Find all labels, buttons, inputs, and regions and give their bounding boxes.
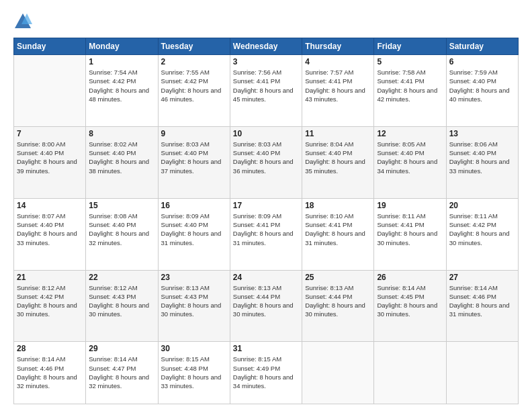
cell-info: Sunrise: 8:15 AMSunset: 4:48 PMDaylight:…: [161, 355, 227, 390]
weekday-header-wednesday: Wednesday: [230, 38, 302, 55]
cell-info: Sunrise: 7:59 AMSunset: 4:40 PMDaylight:…: [449, 68, 515, 103]
day-number: 16: [161, 201, 227, 210]
calendar-cell: 6Sunrise: 7:59 AMSunset: 4:40 PMDaylight…: [446, 55, 518, 127]
day-number: 2: [161, 57, 227, 66]
calendar-cell: [374, 342, 446, 404]
cell-info: Sunrise: 8:15 AMSunset: 4:49 PMDaylight:…: [233, 355, 299, 390]
day-number: 9: [161, 129, 227, 138]
day-number: 27: [449, 273, 515, 282]
calendar-cell: 2Sunrise: 7:55 AMSunset: 4:42 PMDaylight…: [158, 55, 230, 127]
cell-info: Sunrise: 8:10 AMSunset: 4:41 PMDaylight:…: [305, 212, 371, 247]
cell-info: Sunrise: 8:14 AMSunset: 4:47 PMDaylight:…: [89, 355, 154, 390]
cell-info: Sunrise: 8:08 AMSunset: 4:40 PMDaylight:…: [89, 212, 154, 247]
day-number: 29: [89, 344, 154, 353]
calendar-cell: 29Sunrise: 8:14 AMSunset: 4:47 PMDayligh…: [86, 342, 158, 404]
calendar-cell: 19Sunrise: 8:11 AMSunset: 4:41 PMDayligh…: [374, 198, 446, 270]
day-number: 18: [305, 201, 371, 210]
cell-info: Sunrise: 8:06 AMSunset: 4:40 PMDaylight:…: [449, 140, 515, 175]
day-number: 4: [305, 57, 371, 66]
calendar-cell: [446, 342, 518, 404]
calendar-cell: 10Sunrise: 8:03 AMSunset: 4:40 PMDayligh…: [230, 126, 302, 198]
calendar-cell: 5Sunrise: 7:58 AMSunset: 4:41 PMDaylight…: [374, 55, 446, 127]
cell-info: Sunrise: 8:13 AMSunset: 4:44 PMDaylight:…: [233, 283, 299, 319]
day-number: 7: [17, 129, 83, 138]
calendar-week-row: 14Sunrise: 8:07 AMSunset: 4:40 PMDayligh…: [14, 198, 519, 270]
cell-info: Sunrise: 8:11 AMSunset: 4:41 PMDaylight:…: [377, 212, 443, 247]
header: [13, 12, 519, 31]
cell-info: Sunrise: 8:09 AMSunset: 4:40 PMDaylight:…: [161, 212, 227, 247]
calendar-cell: [302, 342, 374, 404]
cell-info: Sunrise: 8:13 AMSunset: 4:44 PMDaylight:…: [305, 283, 371, 319]
calendar-cell: 17Sunrise: 8:09 AMSunset: 4:41 PMDayligh…: [230, 198, 302, 270]
calendar-week-row: 1Sunrise: 7:54 AMSunset: 4:42 PMDaylight…: [14, 55, 519, 127]
cell-info: Sunrise: 8:12 AMSunset: 4:42 PMDaylight:…: [17, 283, 83, 319]
weekday-header-tuesday: Tuesday: [158, 38, 230, 55]
cell-info: Sunrise: 8:13 AMSunset: 4:43 PMDaylight:…: [161, 283, 227, 319]
calendar-cell: 15Sunrise: 8:08 AMSunset: 4:40 PMDayligh…: [86, 198, 158, 270]
cell-info: Sunrise: 8:11 AMSunset: 4:42 PMDaylight:…: [449, 212, 515, 247]
calendar-cell: 3Sunrise: 7:56 AMSunset: 4:41 PMDaylight…: [230, 55, 302, 127]
cell-info: Sunrise: 7:56 AMSunset: 4:41 PMDaylight:…: [233, 68, 299, 103]
day-number: 23: [161, 273, 227, 282]
day-number: 5: [377, 57, 443, 66]
calendar-week-row: 21Sunrise: 8:12 AMSunset: 4:42 PMDayligh…: [14, 270, 519, 342]
calendar-body: 1Sunrise: 7:54 AMSunset: 4:42 PMDaylight…: [14, 55, 519, 404]
cell-info: Sunrise: 7:57 AMSunset: 4:41 PMDaylight:…: [305, 68, 371, 103]
day-number: 10: [233, 129, 299, 138]
day-number: 14: [17, 201, 83, 210]
calendar-week-row: 7Sunrise: 8:00 AMSunset: 4:40 PMDaylight…: [14, 126, 519, 198]
day-number: 19: [377, 201, 443, 210]
calendar-cell: [14, 55, 86, 127]
logo-icon: [13, 12, 32, 31]
cell-info: Sunrise: 8:02 AMSunset: 4:40 PMDaylight:…: [89, 140, 154, 175]
day-number: 20: [449, 201, 515, 210]
day-number: 15: [89, 201, 154, 210]
page: SundayMondayTuesdayWednesdayThursdayFrid…: [0, 0, 532, 411]
calendar-cell: 24Sunrise: 8:13 AMSunset: 4:44 PMDayligh…: [230, 270, 302, 342]
calendar-table: SundayMondayTuesdayWednesdayThursdayFrid…: [13, 38, 519, 404]
cell-info: Sunrise: 8:12 AMSunset: 4:43 PMDaylight:…: [89, 283, 154, 319]
cell-info: Sunrise: 7:54 AMSunset: 4:42 PMDaylight:…: [89, 68, 154, 103]
calendar-cell: 25Sunrise: 8:13 AMSunset: 4:44 PMDayligh…: [302, 270, 374, 342]
calendar-cell: 20Sunrise: 8:11 AMSunset: 4:42 PMDayligh…: [446, 198, 518, 270]
calendar-cell: 13Sunrise: 8:06 AMSunset: 4:40 PMDayligh…: [446, 126, 518, 198]
day-number: 24: [233, 273, 299, 282]
day-number: 21: [17, 273, 83, 282]
cell-info: Sunrise: 8:03 AMSunset: 4:40 PMDaylight:…: [161, 140, 227, 175]
day-number: 1: [89, 57, 154, 66]
weekday-header-row: SundayMondayTuesdayWednesdayThursdayFrid…: [14, 38, 519, 55]
cell-info: Sunrise: 8:14 AMSunset: 4:46 PMDaylight:…: [17, 355, 83, 390]
calendar-cell: 4Sunrise: 7:57 AMSunset: 4:41 PMDaylight…: [302, 55, 374, 127]
day-number: 30: [161, 344, 227, 353]
calendar-cell: 14Sunrise: 8:07 AMSunset: 4:40 PMDayligh…: [14, 198, 86, 270]
cell-info: Sunrise: 8:07 AMSunset: 4:40 PMDaylight:…: [17, 212, 83, 247]
day-number: 12: [377, 129, 443, 138]
calendar-week-row: 28Sunrise: 8:14 AMSunset: 4:46 PMDayligh…: [14, 342, 519, 404]
cell-info: Sunrise: 8:04 AMSunset: 4:40 PMDaylight:…: [305, 140, 371, 175]
cell-info: Sunrise: 7:55 AMSunset: 4:42 PMDaylight:…: [161, 68, 227, 103]
cell-info: Sunrise: 8:05 AMSunset: 4:40 PMDaylight:…: [377, 140, 443, 175]
day-number: 25: [305, 273, 371, 282]
day-number: 17: [233, 201, 299, 210]
day-number: 13: [449, 129, 515, 138]
day-number: 3: [233, 57, 299, 66]
weekday-header-thursday: Thursday: [302, 38, 374, 55]
calendar-cell: 21Sunrise: 8:12 AMSunset: 4:42 PMDayligh…: [14, 270, 86, 342]
calendar-header: SundayMondayTuesdayWednesdayThursdayFrid…: [14, 38, 519, 55]
calendar-cell: 30Sunrise: 8:15 AMSunset: 4:48 PMDayligh…: [158, 342, 230, 404]
cell-info: Sunrise: 8:03 AMSunset: 4:40 PMDaylight:…: [233, 140, 299, 175]
calendar-cell: 7Sunrise: 8:00 AMSunset: 4:40 PMDaylight…: [14, 126, 86, 198]
calendar-cell: 22Sunrise: 8:12 AMSunset: 4:43 PMDayligh…: [86, 270, 158, 342]
calendar-cell: 9Sunrise: 8:03 AMSunset: 4:40 PMDaylight…: [158, 126, 230, 198]
day-number: 26: [377, 273, 443, 282]
day-number: 8: [89, 129, 154, 138]
day-number: 6: [449, 57, 515, 66]
cell-info: Sunrise: 8:14 AMSunset: 4:45 PMDaylight:…: [377, 283, 443, 319]
day-number: 31: [233, 344, 299, 353]
calendar-cell: 16Sunrise: 8:09 AMSunset: 4:40 PMDayligh…: [158, 198, 230, 270]
weekday-header-sunday: Sunday: [14, 38, 86, 55]
calendar-cell: 8Sunrise: 8:02 AMSunset: 4:40 PMDaylight…: [86, 126, 158, 198]
calendar-cell: 1Sunrise: 7:54 AMSunset: 4:42 PMDaylight…: [86, 55, 158, 127]
weekday-header-saturday: Saturday: [446, 38, 518, 55]
weekday-header-friday: Friday: [374, 38, 446, 55]
